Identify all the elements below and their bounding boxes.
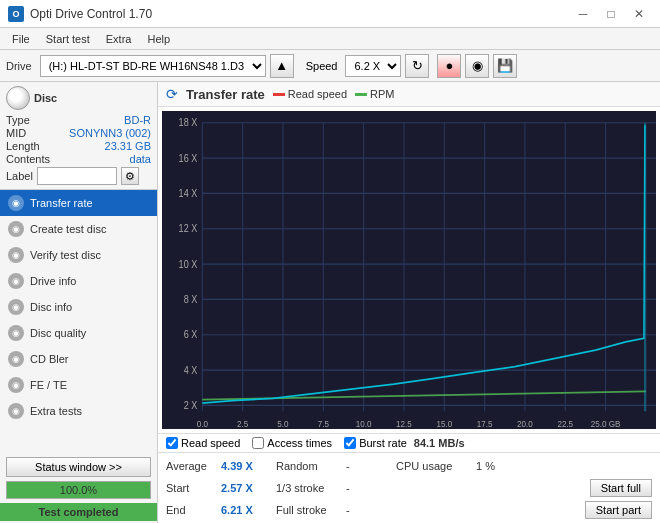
average-val: 4.39 X [221,460,276,472]
checkbox-burst-rate[interactable]: Burst rate 84.1 MB/s [344,437,464,449]
disc-quality-icon: ◉ [8,325,24,341]
random-val: - [346,460,376,472]
svg-text:7.5: 7.5 [318,418,329,429]
cd-bler-icon: ◉ [8,351,24,367]
disc-length-row: Length 23.31 GB [6,140,151,152]
save-button[interactable]: 💾 [493,54,517,78]
speed-select[interactable]: 6.2 X [345,55,401,77]
stats-area: Average 4.39 X Random - CPU usage 1 % St… [158,452,660,523]
status-window-button[interactable]: Status window >> [6,457,151,477]
menu-bar: File Start test Extra Help [0,28,660,50]
menu-help[interactable]: Help [139,31,178,47]
svg-text:2.5: 2.5 [237,418,248,429]
nav-disc-quality[interactable]: ◉ Disc quality [0,320,157,346]
svg-text:22.5: 22.5 [557,418,573,429]
start-part-button[interactable]: Start part [585,501,652,519]
refresh-button[interactable]: ↻ [405,54,429,78]
nav-fe-te[interactable]: ◉ FE / TE [0,372,157,398]
end-val: 6.21 X [221,504,276,516]
checkbox-read-speed[interactable]: Read speed [166,437,240,449]
legend-rpm-label: RPM [370,88,394,100]
svg-text:18 X: 18 X [179,117,198,129]
nav-drive-info-label: Drive info [30,275,76,287]
svg-text:10 X: 10 X [179,258,198,270]
disc-mid-key: MID [6,127,26,139]
disc-contents-row: Contents data [6,153,151,165]
start-val: 2.57 X [221,482,276,494]
full-stroke-label: Full stroke [276,504,346,516]
create-test-disc-icon: ◉ [8,221,24,237]
disc-label-input[interactable] [37,167,117,185]
nav-fe-te-label: FE / TE [30,379,67,391]
maximize-button[interactable]: □ [598,4,624,24]
disc-label: Disc [34,92,57,104]
disc-label-btn[interactable]: ⚙ [121,167,139,185]
disc-contents-val: data [130,153,151,165]
eject-button[interactable]: ▲ [270,54,294,78]
fe-te-icon: ◉ [8,377,24,393]
nav-verify-test-disc-label: Verify test disc [30,249,101,261]
stroke13-label: 1/3 stroke [276,482,346,494]
nav-extra-tests[interactable]: ◉ Extra tests [0,398,157,424]
disc-info-icon: ◉ [8,299,24,315]
drive-select[interactable]: (H:) HL-DT-ST BD-RE WH16NS48 1.D3 [40,55,266,77]
checkboxes-row: Read speed Access times Burst rate 84.1 … [158,433,660,452]
disc-button[interactable]: ◉ [465,54,489,78]
start-full-button[interactable]: Start full [590,479,652,497]
start-label: Start [166,482,221,494]
disc-section: Disc Type BD-R MID SONYNN3 (002) Length … [0,82,157,190]
menu-extra[interactable]: Extra [98,31,140,47]
disc-type-val: BD-R [124,114,151,126]
burst-rate-value: 84.1 MB/s [414,437,465,449]
transfer-rate-icon: ◉ [8,195,24,211]
legend-rpm: RPM [355,88,394,100]
svg-text:14 X: 14 X [179,187,198,199]
app-icon: O [8,6,24,22]
nav-section: ◉ Transfer rate ◉ Create test disc ◉ Ver… [0,190,157,453]
nav-cd-bler[interactable]: ◉ CD Bler [0,346,157,372]
cpu-usage-label: CPU usage [396,460,476,472]
chart-area: 18 X 16 X 14 X 12 X 10 X 8 X 6 X 4 X 2 X… [162,111,656,429]
svg-text:25.0 GB: 25.0 GB [591,418,621,429]
chart-header: ⟳ Transfer rate Read speed RPM [158,82,660,107]
progress-bar-container: 100.0% [6,481,151,499]
nav-disc-info[interactable]: ◉ Disc info [0,294,157,320]
svg-text:12.5: 12.5 [396,418,412,429]
nav-disc-info-label: Disc info [30,301,72,313]
nav-create-test-disc[interactable]: ◉ Create test disc [0,216,157,242]
svg-text:15.0: 15.0 [436,418,452,429]
menu-file[interactable]: File [4,31,38,47]
verify-test-disc-icon: ◉ [8,247,24,263]
minimize-button[interactable]: ─ [570,4,596,24]
svg-text:12 X: 12 X [179,223,198,235]
stroke13-val: - [346,482,376,494]
menu-start-test[interactable]: Start test [38,31,98,47]
random-label: Random [276,460,346,472]
disc-length-val: 23.31 GB [105,140,151,152]
disc-length-key: Length [6,140,40,152]
legend-read-dot [273,93,285,96]
burst-rate-checkbox[interactable] [344,437,356,449]
stats-row-3: End 6.21 X Full stroke - Start part [166,499,652,521]
window-controls: ─ □ ✕ [570,4,652,24]
nav-transfer-rate[interactable]: ◉ Transfer rate [0,190,157,216]
disc-label-key: Label [6,170,33,182]
disc-mid-row: MID SONYNN3 (002) [6,127,151,139]
burn-button[interactable]: ● [437,54,461,78]
checkbox-access-times[interactable]: Access times [252,437,332,449]
close-button[interactable]: ✕ [626,4,652,24]
chart-title-icon: ⟳ [166,86,178,102]
legend-read-label: Read speed [288,88,347,100]
disc-contents-key: Contents [6,153,50,165]
speed-label: Speed [306,60,338,72]
read-speed-checkbox[interactable] [166,437,178,449]
drive-info-icon: ◉ [8,273,24,289]
nav-verify-test-disc[interactable]: ◉ Verify test disc [0,242,157,268]
nav-drive-info[interactable]: ◉ Drive info [0,268,157,294]
cpu-usage-val: 1 % [476,460,652,472]
access-times-checkbox[interactable] [252,437,264,449]
svg-text:8 X: 8 X [184,293,198,305]
average-label: Average [166,460,221,472]
extra-tests-icon: ◉ [8,403,24,419]
svg-text:20.0: 20.0 [517,418,533,429]
